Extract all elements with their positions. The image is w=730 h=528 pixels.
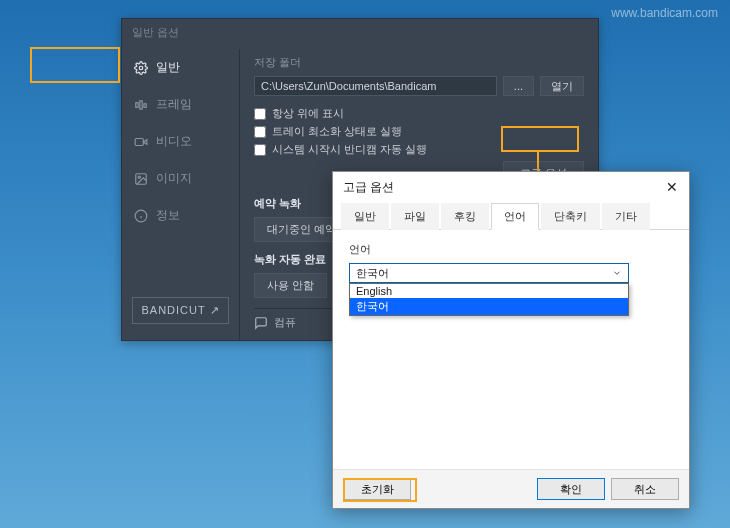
lang-option-english[interactable]: English (350, 284, 628, 298)
bandicut-link[interactable]: BANDICUT ↗ (132, 297, 229, 324)
save-path-input[interactable] (254, 76, 497, 96)
ok-button[interactable]: 확인 (537, 478, 605, 500)
video-icon (134, 135, 148, 149)
svg-rect-4 (135, 138, 143, 145)
combobox-dropdown: English 한국어 (349, 283, 629, 316)
sidebar-item-about[interactable]: 정보 (122, 197, 239, 234)
sidebar-item-label: 정보 (156, 207, 180, 224)
svg-point-7 (138, 176, 140, 178)
chk-autostart[interactable]: 시스템 시작시 반디캠 자동 실행 (254, 142, 584, 157)
sidebar: 일반 프레임 비디오 이미지 (122, 49, 240, 340)
dialog-tabstrip: 일반 파일 후킹 언어 단축키 기타 (333, 202, 689, 230)
highlight-sidebar-general (30, 47, 120, 83)
lang-option-korean[interactable]: 한국어 (350, 298, 628, 315)
svg-point-0 (139, 66, 143, 70)
arrow-indicator (537, 151, 539, 173)
svg-rect-3 (144, 103, 146, 107)
watermark: www.bandicam.com (611, 6, 718, 20)
sidebar-item-label: 비디오 (156, 133, 192, 150)
cancel-button[interactable]: 취소 (611, 478, 679, 500)
chk-tray-minimize[interactable]: 트레이 최소화 상태로 실행 (254, 124, 584, 139)
close-icon[interactable]: ✕ (663, 178, 681, 196)
language-label: 언어 (349, 242, 673, 257)
reset-button[interactable]: 초기화 (343, 478, 411, 500)
sidebar-item-image[interactable]: 이미지 (122, 160, 239, 197)
chat-icon (254, 316, 268, 330)
chevron-down-icon (610, 266, 624, 280)
dialog-title: 고급 옵션 (343, 179, 394, 196)
svg-rect-2 (140, 100, 142, 108)
tab-header: 일반 옵션 (122, 19, 598, 49)
browse-button[interactable]: ... (503, 76, 534, 96)
chk-always-on-top[interactable]: 항상 위에 표시 (254, 106, 584, 121)
tab-etc[interactable]: 기타 (602, 203, 650, 230)
computer-label: 컴퓨 (274, 315, 296, 330)
save-folder-label: 저장 폴더 (254, 55, 584, 70)
sidebar-item-label: 이미지 (156, 170, 192, 187)
image-icon (134, 172, 148, 186)
sidebar-item-label: 일반 (156, 59, 180, 76)
svg-rect-1 (136, 102, 138, 107)
combobox-value: 한국어 (356, 266, 389, 281)
tab-general[interactable]: 일반 (341, 203, 389, 230)
open-folder-button[interactable]: 열기 (540, 76, 584, 96)
info-icon (134, 209, 148, 223)
gear-icon (134, 61, 148, 75)
sidebar-item-general[interactable]: 일반 (122, 49, 239, 86)
auto-complete-button[interactable]: 사용 안함 (254, 273, 327, 298)
sidebar-item-fps[interactable]: 프레임 (122, 86, 239, 123)
tab-hotkey[interactable]: 단축키 (541, 203, 600, 230)
tab-hooking[interactable]: 후킹 (441, 203, 489, 230)
sidebar-item-video[interactable]: 비디오 (122, 123, 239, 160)
language-combobox[interactable]: 한국어 English 한국어 (349, 263, 629, 283)
sidebar-item-label: 프레임 (156, 96, 192, 113)
fps-icon (134, 98, 148, 112)
general-options-header: 일반 옵션 (132, 26, 179, 38)
tab-language[interactable]: 언어 (491, 203, 539, 230)
tab-file[interactable]: 파일 (391, 203, 439, 230)
advanced-options-dialog: 고급 옵션 ✕ 일반 파일 후킹 언어 단축키 기타 언어 한국어 Englis… (332, 171, 690, 509)
